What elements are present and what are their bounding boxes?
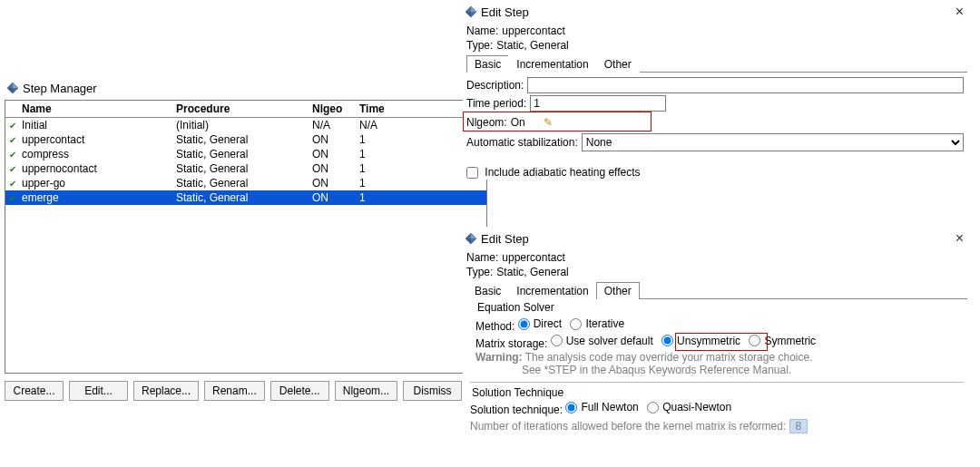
- tab-incrementation[interactable]: Incrementation: [508, 55, 596, 73]
- step-table[interactable]: Name Procedure Nlgeo Time ✔Initial(Initi…: [5, 100, 487, 374]
- kernel-iter-label: Number of iterations allowed before the …: [470, 420, 786, 433]
- cell-procedure: (Initial): [172, 118, 309, 132]
- type-label: Type:: [466, 266, 493, 278]
- warning-line2: See *STEP in the Abaqus Keywords Referen…: [522, 364, 791, 376]
- edit-button[interactable]: Edit...: [69, 381, 128, 401]
- check-icon: ✔: [9, 135, 16, 145]
- edit-step-basic-titlebar: Edit Step ×: [463, 0, 971, 24]
- edit-step-title: Edit Step: [481, 232, 529, 246]
- col-nlgeom[interactable]: Nlgeo: [309, 101, 356, 118]
- equation-solver-title: Equation Solver: [475, 301, 958, 314]
- edit-step-title: Edit Step: [481, 5, 529, 19]
- type-value: Static, General: [496, 266, 568, 278]
- cell-nlgeom: ON: [309, 176, 356, 190]
- matrix-storage-label: Matrix storage:: [475, 336, 547, 349]
- step-manager-title: Step Manager: [23, 82, 97, 95]
- close-icon[interactable]: ×: [950, 230, 969, 247]
- solution-technique-label: Solution technique:: [470, 404, 563, 416]
- edit-step-tabs: Basic Incrementation Other: [466, 281, 967, 299]
- cell-name: Initial: [18, 118, 172, 132]
- table-row[interactable]: ✔uppernocontactStatic, GeneralON1: [5, 161, 486, 176]
- table-row[interactable]: ✔compressStatic, GeneralON1: [5, 147, 486, 161]
- rename-button[interactable]: Renam...: [204, 381, 265, 401]
- type-label: Type:: [466, 39, 493, 52]
- soltech-full-newton[interactable]: Full Newton: [565, 401, 638, 413]
- cell-time: 1: [356, 190, 486, 205]
- table-row[interactable]: ✔upper-goStatic, GeneralON1: [5, 176, 486, 190]
- description-input[interactable]: [527, 77, 964, 93]
- col-procedure[interactable]: Procedure: [172, 101, 309, 118]
- soltech-quasi-newton[interactable]: Quasi-Newton: [647, 401, 731, 413]
- tab-basic[interactable]: Basic: [466, 282, 509, 299]
- cell-nlgeom: ON: [309, 147, 356, 161]
- edit-step-other-titlebar: Edit Step ×: [463, 227, 971, 250]
- edit-step-other-dialog: Edit Step × Name: uppercontact Type: Sta…: [463, 227, 971, 436]
- check-icon: ✔: [9, 164, 16, 174]
- edit-step-basic-dialog: Edit Step × Name: uppercontact Type: Sta…: [463, 0, 971, 180]
- check-icon: ✔: [9, 150, 16, 160]
- adiabatic-checkbox[interactable]: [466, 167, 478, 179]
- step-manager-titlebar: Step Manager ×: [5, 76, 487, 100]
- description-label: Description:: [466, 79, 524, 92]
- cell-nlgeom: ON: [309, 190, 356, 205]
- time-period-input[interactable]: [530, 95, 666, 112]
- cell-name: upper-go: [18, 176, 172, 190]
- warning-label: Warning:: [475, 351, 523, 364]
- col-name[interactable]: Name: [18, 101, 172, 118]
- name-label: Name:: [466, 24, 498, 37]
- method-label: Method:: [475, 320, 514, 333]
- tab-basic[interactable]: Basic: [466, 55, 509, 73]
- method-iterative[interactable]: Iterative: [570, 317, 624, 330]
- equation-solver-group: Equation Solver Method: Direct Iterative…: [470, 303, 964, 383]
- table-row[interactable]: ✔uppercontactStatic, GeneralON1: [5, 132, 486, 147]
- highlight-nlgeom: [463, 112, 652, 131]
- delete-button[interactable]: Delete...: [270, 381, 329, 401]
- cell-procedure: Static, General: [172, 147, 309, 161]
- time-period-label: Time period:: [466, 97, 526, 110]
- adiabatic-checkbox-label[interactable]: Include adiabatic heating effects: [466, 166, 641, 179]
- cell-procedure: Static, General: [172, 190, 309, 205]
- warning-line1: The analysis code may override your matr…: [525, 351, 813, 364]
- name-value: uppercontact: [502, 24, 564, 37]
- tab-other[interactable]: Other: [596, 55, 640, 73]
- cell-nlgeom: ON: [309, 132, 356, 147]
- cell-procedure: Static, General: [172, 161, 309, 176]
- solution-technique-title: Solution Technique: [470, 386, 964, 399]
- cell-name: uppercontact: [18, 132, 172, 147]
- cell-nlgeom: N/A: [309, 118, 356, 132]
- check-icon: ✔: [9, 193, 16, 203]
- create-button[interactable]: Create...: [5, 381, 64, 401]
- cell-name: uppernocontact: [18, 161, 172, 176]
- method-direct[interactable]: Direct: [518, 317, 562, 330]
- cell-nlgeom: ON: [309, 161, 356, 176]
- auto-stabilization-label: Automatic stabilization:: [466, 136, 578, 149]
- name-value: uppercontact: [502, 251, 564, 264]
- tab-incrementation[interactable]: Incrementation: [508, 282, 596, 299]
- check-icon: ✔: [9, 179, 16, 189]
- check-icon: ✔: [9, 121, 16, 131]
- kernel-iter-value[interactable]: 8: [789, 419, 808, 433]
- dismiss-button[interactable]: Dismiss: [403, 381, 462, 401]
- nlgeom-button[interactable]: Nlgeom...: [335, 381, 397, 401]
- matrix-default[interactable]: Use solver default: [551, 335, 653, 347]
- table-row[interactable]: ✔Initial(Initial)N/AN/A: [5, 118, 486, 132]
- replace-button[interactable]: Replace...: [133, 381, 199, 401]
- auto-stabilization-select[interactable]: None: [582, 133, 964, 151]
- cell-procedure: Static, General: [172, 132, 309, 147]
- step-manager-buttons: Create... Edit... Replace... Renam... De…: [5, 381, 487, 401]
- highlight-unsymmetric: [675, 333, 768, 351]
- cell-procedure: Static, General: [172, 176, 309, 190]
- name-label: Name:: [466, 251, 498, 264]
- step-manager-dialog: Step Manager × Name Procedure Nlgeo Time…: [5, 76, 487, 401]
- solution-technique-group: Solution Technique Solution technique: F…: [470, 386, 964, 433]
- table-row[interactable]: ✔emergeStatic, GeneralON1: [5, 190, 486, 205]
- close-icon[interactable]: ×: [950, 4, 969, 20]
- tab-other[interactable]: Other: [596, 282, 640, 299]
- app-icon: [465, 232, 477, 245]
- type-value: Static, General: [496, 39, 568, 52]
- cell-name: compress: [18, 147, 172, 161]
- cell-name: emerge: [18, 190, 172, 205]
- app-icon: [6, 82, 19, 94]
- edit-step-tabs: Basic Incrementation Other: [466, 54, 967, 73]
- app-icon: [465, 5, 477, 18]
